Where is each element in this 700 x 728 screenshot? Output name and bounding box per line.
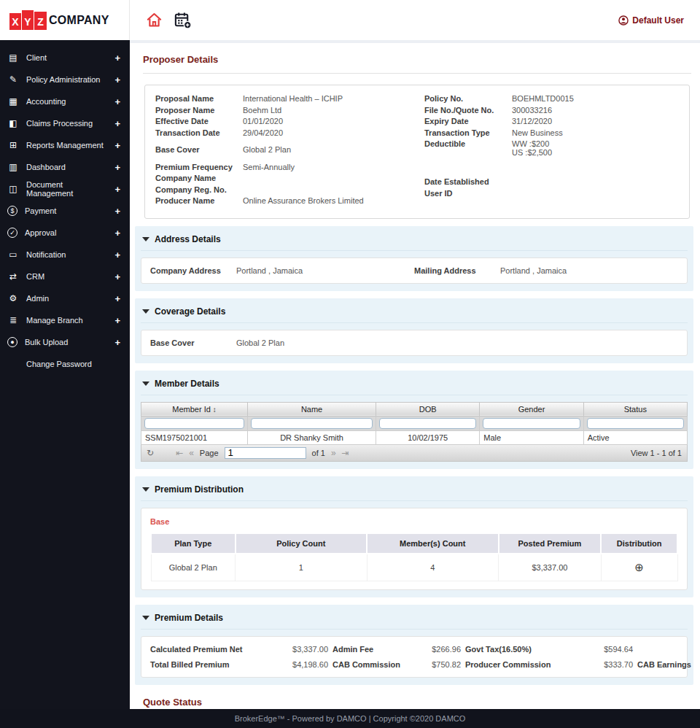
field-value: 29/04/2020: [243, 128, 410, 137]
sidebar-item-accounting[interactable]: ▦ Accounting +: [0, 90, 130, 112]
member-id-cell: SSM1975021001: [141, 430, 248, 444]
expand-plus-icon[interactable]: +: [114, 249, 120, 260]
first-page-icon[interactable]: ⇤: [176, 448, 183, 458]
premium-distribution-card: Base Plan Type Policy Count Member(s) Co…: [141, 508, 688, 590]
approval-icon: ✓: [7, 228, 18, 238]
field-value: Portland , Jamaica: [236, 266, 303, 275]
sidebar-item-label: Accounting: [26, 97, 107, 106]
section-title: Premium Details: [155, 613, 223, 623]
status-filter-input[interactable]: [587, 418, 684, 429]
field-label: Date Established: [424, 177, 512, 186]
sidebar-item-manage-branch[interactable]: ≣ Manage Branch +: [0, 309, 130, 331]
field-label: Transaction Date: [155, 128, 243, 137]
calendar-icon[interactable]: [174, 11, 192, 29]
field-value: Semi-Annually: [243, 163, 410, 171]
refresh-icon[interactable]: ↻: [147, 448, 154, 458]
app-footer: BrokerEdge™ - Powered by DAMCO | Copyrig…: [0, 709, 700, 728]
column-header-member-id[interactable]: Member Id↕: [141, 402, 248, 416]
sidebar-item-reports-management[interactable]: ⊞ Reports Management +: [0, 134, 130, 156]
sidebar-item-admin[interactable]: ⚙ Admin +: [0, 287, 130, 309]
expand-plus-icon[interactable]: +: [114, 184, 120, 195]
coverage-details-header[interactable]: Coverage Details: [141, 304, 688, 323]
page-title: Proposer Details: [143, 47, 691, 74]
field-label: Producer Commission: [465, 660, 575, 669]
accounting-icon: ▦: [7, 96, 19, 107]
distribution-table: Plan Type Policy Count Member(s) Count P…: [150, 533, 678, 581]
collapse-arrow-icon: [142, 487, 149, 492]
expand-plus-icon[interactable]: +: [114, 337, 120, 348]
section-title: Address Details: [155, 234, 221, 244]
member-id-filter-input[interactable]: [144, 418, 244, 429]
column-header-dob[interactable]: DOB: [376, 402, 480, 416]
expand-plus-icon[interactable]: +: [114, 53, 120, 63]
field-value: 01/01/2020: [243, 117, 410, 125]
page-number-input[interactable]: [225, 447, 306, 459]
member-details-header[interactable]: Member Details: [141, 376, 688, 395]
expand-plus-icon[interactable]: +: [114, 228, 120, 239]
field-value: WW :$200US :$2,500: [512, 139, 679, 157]
field-value: $4,198.60: [265, 660, 332, 669]
sidebar-item-notification[interactable]: ▭ Notification +: [0, 244, 130, 266]
next-page-icon[interactable]: »: [331, 448, 336, 458]
expand-plus-icon[interactable]: +: [114, 96, 120, 107]
expand-plus-icon[interactable]: +: [114, 140, 120, 151]
sidebar-item-policy-administration[interactable]: ✎ Policy Administration +: [0, 69, 130, 90]
admin-icon: ⚙: [7, 293, 19, 303]
expand-plus-icon[interactable]: +: [114, 206, 120, 217]
field-value: $266.96: [413, 645, 465, 654]
current-user-menu[interactable]: Default User: [618, 15, 684, 26]
premium-details-header[interactable]: Premium Details: [141, 611, 688, 630]
sidebar-item-label: Approval: [25, 228, 107, 237]
field-label: Company Name: [155, 174, 243, 182]
crm-icon: ⇄: [7, 271, 19, 282]
column-header-status[interactable]: Status: [583, 402, 687, 416]
sidebar-item-document-management[interactable]: ◫ Document Management +: [0, 178, 130, 200]
gender-filter-input[interactable]: [483, 418, 580, 429]
name-filter-input[interactable]: [251, 418, 373, 429]
home-icon[interactable]: [146, 12, 163, 28]
last-page-icon[interactable]: ⇥: [342, 448, 349, 458]
header-bar: Default User: [130, 0, 700, 40]
distribution-header-row: Plan Type Policy Count Member(s) Count P…: [151, 533, 677, 554]
expand-plus-icon[interactable]: +: [114, 293, 120, 304]
sidebar-item-approval[interactable]: ✓ Approval +: [0, 222, 130, 244]
sidebar-item-client[interactable]: ▤ Client +: [0, 47, 130, 69]
column-header-name[interactable]: Name: [248, 402, 376, 416]
sidebar-item-crm[interactable]: ⇄ CRM +: [0, 266, 130, 287]
expand-plus-icon[interactable]: +: [114, 315, 120, 326]
expand-plus-icon[interactable]: +: [114, 162, 120, 173]
page-label: Page: [200, 449, 219, 457]
field-label: Mailing Address: [414, 266, 500, 275]
expand-distribution-icon[interactable]: ⊕: [634, 561, 644, 573]
expand-plus-icon[interactable]: +: [114, 74, 120, 85]
address-details-header[interactable]: Address Details: [141, 232, 688, 251]
plan-type-cell: Global 2 Plan: [151, 554, 236, 581]
member-table-row[interactable]: SSM1975021001 DR Shanky Smith 10/02/1975…: [141, 430, 688, 444]
dashboard-icon: ▥: [7, 162, 19, 172]
column-header-gender[interactable]: Gender: [480, 402, 583, 416]
sidebar-item-dashboard[interactable]: ▥ Dashboard +: [0, 156, 130, 178]
address-details-section: Address Details Company AddressPortland …: [135, 226, 693, 291]
sidebar-item-bulk-upload[interactable]: ● Bulk Upload +: [0, 331, 130, 353]
claims-processing-icon: ◧: [7, 118, 19, 128]
field-label: CAB Commission: [332, 660, 413, 669]
logo-xyz-blocks: X Y Z: [9, 10, 47, 30]
collapse-arrow-icon: [142, 309, 149, 314]
premium-distribution-header[interactable]: Premium Distribution: [141, 482, 688, 501]
prev-page-icon[interactable]: «: [189, 448, 194, 458]
proposer-right-column: Policy No.BOEHMLTD0015 File No./Quote No…: [424, 94, 679, 208]
field-label: User ID: [424, 189, 512, 198]
dob-filter-input[interactable]: [379, 418, 476, 429]
member-table: Member Id↕ Name DOB Gender Status: [141, 402, 688, 445]
field-value: New Business: [512, 128, 679, 137]
section-title: Member Details: [155, 379, 219, 389]
sidebar-item-label: Dashboard: [26, 163, 107, 171]
field-label: Policy No.: [424, 94, 512, 103]
expand-plus-icon[interactable]: +: [114, 271, 120, 282]
sidebar-item-payment[interactable]: $ Payment +: [0, 200, 130, 222]
sidebar-item-claims-processing[interactable]: ◧ Claims Processing +: [0, 112, 130, 134]
user-avatar-icon: [618, 15, 629, 26]
sidebar-item-change-password[interactable]: Change Password: [0, 353, 130, 375]
expand-plus-icon[interactable]: +: [114, 118, 120, 129]
quote-status-title: Quote Status: [143, 697, 691, 708]
